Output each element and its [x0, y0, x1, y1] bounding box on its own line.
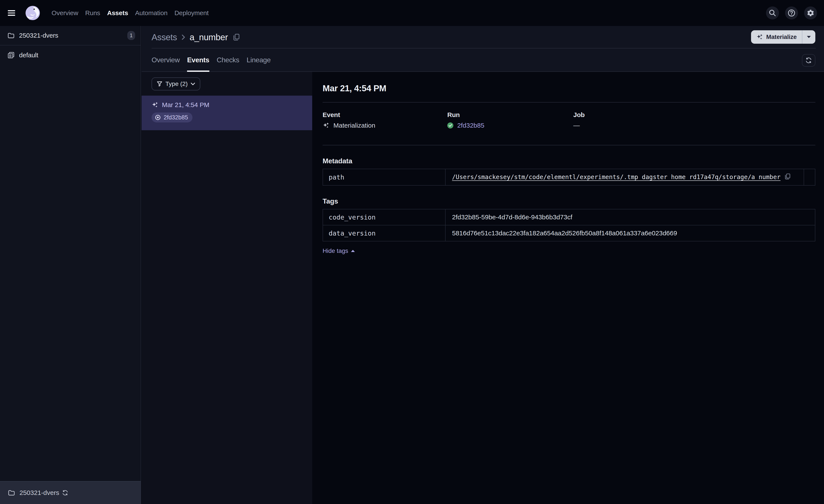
run-id-label: 2fd32b85 — [164, 114, 188, 121]
materialization-sparkle-icon — [151, 102, 159, 108]
type-filter-label: Type (2) — [166, 81, 188, 87]
event-detail-panel: Mar 21, 4:54 PM Event Materialization Ru… — [312, 72, 824, 504]
table-row: code_version 2fd32b85-59be-4d7d-8d6e-943… — [323, 209, 815, 225]
run-status-icon — [155, 115, 161, 120]
settings-button[interactable] — [804, 6, 817, 19]
asset-group-icon — [8, 52, 14, 58]
job-column-label: Job — [573, 112, 815, 118]
metadata-path-link[interactable]: /Users/smackesey/stm/code/elementl/exper… — [452, 173, 781, 180]
tag-key: code_version — [323, 209, 445, 225]
event-list-item[interactable]: Mar 21, 4:54 PM 2fd32b85 — [141, 96, 312, 130]
asset-group-label: default — [19, 51, 38, 59]
materialize-dropdown-button[interactable] — [802, 30, 815, 44]
asset-name: a_number — [190, 32, 228, 42]
materialize-label: Materialize — [766, 33, 797, 40]
chevron-right-icon — [182, 34, 185, 40]
table-row: path /Users/smackesey/stm/code/elementl/… — [323, 169, 815, 185]
table-row: data_version 5816d76e51c13dac22e3fa182a6… — [323, 225, 815, 241]
hide-tags-link[interactable]: Hide tags — [323, 247, 815, 254]
event-timestamp: Mar 21, 4:54 PM — [162, 101, 209, 109]
nav-deployment[interactable]: Deployment — [175, 8, 209, 18]
code-location-label: 250321-dvers — [19, 32, 58, 39]
sidebar: 250321-dvers 1 default 250321-dvers — [0, 26, 141, 504]
run-success-icon — [447, 122, 453, 128]
sidebar-item-code-location[interactable]: 250321-dvers 1 — [0, 26, 141, 45]
top-nav: Overview Runs Assets Automation Deployme… — [0, 0, 824, 26]
caret-down-icon — [807, 36, 811, 38]
footer-code-location-label: 250321-dvers — [19, 489, 59, 496]
reload-icon[interactable] — [62, 490, 68, 496]
copy-path-button[interactable] — [785, 173, 791, 181]
content: Type (2) Mar 21, 4:54 PM 2fd32b85 Mar 21… — [141, 72, 824, 504]
asset-count-badge: 1 — [127, 31, 135, 40]
search-icon — [769, 9, 776, 17]
refresh-button[interactable] — [802, 54, 815, 67]
event-detail-title: Mar 21, 4:54 PM — [323, 83, 815, 94]
tab-events[interactable]: Events — [187, 48, 209, 72]
materialize-button[interactable]: Materialize — [751, 30, 815, 44]
tab-checks[interactable]: Checks — [217, 48, 239, 72]
run-id-link[interactable]: 2fd32b85 — [457, 122, 484, 129]
refresh-icon — [805, 57, 812, 64]
nav-items: Overview Runs Assets Automation Deployme… — [51, 8, 216, 18]
dagster-app: Overview Runs Assets Automation Deployme… — [0, 0, 824, 504]
filter-icon — [157, 81, 163, 87]
event-type: Materialization — [333, 122, 375, 129]
tab-lineage[interactable]: Lineage — [246, 48, 271, 72]
dagster-logo-icon[interactable] — [25, 5, 40, 20]
help-icon — [788, 9, 796, 17]
tag-value: 2fd32b85-59be-4d7d-8d6e-943b6b3d73cf — [445, 209, 815, 225]
tags-heading: Tags — [323, 198, 815, 205]
tags-table: code_version 2fd32b85-59be-4d7d-8d6e-943… — [323, 209, 815, 241]
tab-bar: Overview Events Checks Lineage — [141, 48, 824, 72]
search-button[interactable] — [766, 6, 779, 19]
folder-icon — [8, 33, 14, 38]
metadata-table: path /Users/smackesey/stm/code/elementl/… — [323, 169, 815, 185]
detail-divider — [323, 102, 815, 103]
type-filter-button[interactable]: Type (2) — [151, 78, 200, 91]
copy-asset-name-button[interactable] — [233, 34, 240, 41]
tag-value: 5816d76e51c13dac22e3fa182a654aa2d526fb50… — [445, 225, 815, 241]
sidebar-footer: 250321-dvers — [0, 481, 141, 504]
page-header: Assets a_number Materialize Overview Eve… — [141, 26, 824, 72]
chevron-down-icon — [191, 83, 195, 85]
gear-icon — [807, 9, 815, 17]
events-list-panel: Type (2) Mar 21, 4:54 PM 2fd32b85 — [141, 72, 312, 504]
caret-up-icon — [351, 250, 355, 252]
detail-divider — [323, 145, 815, 145]
event-column-label: Event — [323, 112, 447, 118]
tag-key: data_version — [323, 225, 445, 241]
breadcrumb-assets-link[interactable]: Assets — [151, 32, 177, 42]
sidebar-item-asset-group[interactable]: default — [0, 45, 141, 65]
nav-automation[interactable]: Automation — [135, 8, 168, 18]
breadcrumb: Assets a_number Materialize — [141, 26, 824, 48]
metadata-heading: Metadata — [323, 157, 815, 164]
nav-overview[interactable]: Overview — [51, 8, 78, 18]
run-id-badge[interactable]: 2fd32b85 — [151, 113, 193, 122]
menu-icon[interactable] — [8, 8, 18, 18]
run-column-label: Run — [447, 112, 573, 118]
tab-overview[interactable]: Overview — [151, 48, 180, 72]
metadata-key: path — [323, 169, 445, 185]
help-button[interactable] — [785, 6, 798, 19]
nav-runs[interactable]: Runs — [85, 8, 100, 18]
job-value: — — [573, 122, 580, 129]
event-summary: Event Materialization Run 2fd32b85 Job — — [323, 112, 815, 130]
folder-icon — [8, 490, 15, 496]
metadata-extra-cell — [804, 169, 815, 185]
materialize-action[interactable]: Materialize — [751, 30, 802, 44]
materialize-sparkle-icon — [756, 33, 763, 40]
nav-assets[interactable]: Assets — [107, 8, 128, 18]
materialization-sparkle-icon — [323, 122, 329, 129]
